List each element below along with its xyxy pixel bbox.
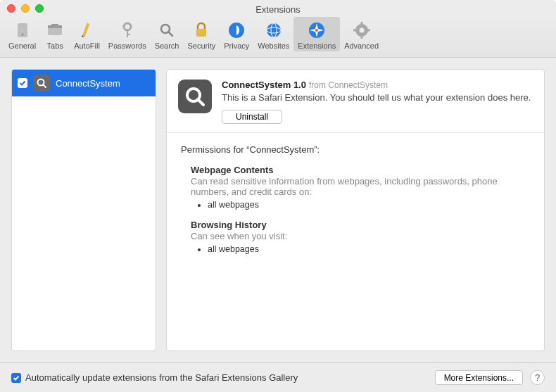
tab-tabs[interactable]: Tabs (40, 17, 70, 51)
svg-point-1 (21, 34, 23, 36)
uninstall-button[interactable]: Uninstall (222, 110, 282, 124)
permission-item: all webpages (208, 200, 530, 210)
svg-rect-5 (82, 23, 90, 37)
tab-label: Search (155, 42, 179, 50)
tabs-icon (44, 20, 65, 41)
window-title: Extensions (7, 1, 549, 15)
extension-name: ConnectSystem (222, 80, 291, 90)
passwords-icon (117, 20, 138, 41)
svg-rect-12 (196, 29, 206, 37)
auto-update-checkbox[interactable] (11, 373, 21, 383)
general-icon (12, 20, 33, 41)
more-extensions-button[interactable]: More Extensions... (435, 370, 523, 385)
tab-label: AutoFill (74, 42, 100, 50)
permission-desc: Can read sensitive information from webp… (191, 176, 530, 197)
permissions-block: Permissions for “ConnectSystem”: Webpage… (167, 133, 544, 275)
tab-label: General (8, 42, 36, 50)
tab-websites[interactable]: Websites (253, 17, 293, 51)
preferences-window: Extensions General Tabs AutoFill Passwor… (0, 0, 556, 392)
permissions-title: Permissions for “ConnectSystem”: (181, 144, 530, 155)
svg-rect-25 (367, 30, 370, 32)
tab-label: Tabs (47, 42, 63, 50)
svg-line-29 (198, 99, 203, 105)
extension-big-icon (178, 80, 212, 113)
permission-list: all webpages (208, 200, 530, 210)
extension-description: This is a Safari Extension. You should t… (222, 91, 533, 104)
svg-line-27 (43, 84, 46, 87)
permission-section-webpage: Webpage Contents Can read sensitive info… (191, 165, 530, 210)
extension-header-text: ConnectSystem 1.0from ConnectSystem This… (222, 80, 533, 124)
svg-rect-24 (353, 30, 356, 32)
extension-from-prefix: from (309, 80, 326, 90)
tab-advanced[interactable]: Advanced (340, 17, 383, 51)
search-icon (156, 20, 177, 41)
svg-rect-22 (360, 22, 362, 25)
extensions-icon (306, 20, 327, 41)
footer: Automatically update extensions from the… (0, 362, 556, 392)
svg-line-11 (168, 32, 172, 36)
traffic-lights (7, 4, 44, 13)
autofill-icon (76, 20, 97, 41)
permission-desc: Can see when you visit: (191, 231, 530, 241)
tab-label: Security (187, 42, 215, 50)
tab-label: Advanced (344, 42, 379, 50)
permission-list: all webpages (208, 244, 530, 254)
sidebar-item-label: ConnectSystem (56, 78, 120, 89)
permission-head: Browsing History (191, 220, 530, 230)
tab-passwords[interactable]: Passwords (104, 17, 151, 51)
sidebar-item-connectsystem[interactable]: ConnectSystem (12, 70, 156, 96)
checkbox-icon[interactable] (18, 78, 27, 88)
tab-extensions[interactable]: Extensions (293, 17, 340, 51)
permission-head: Webpage Contents (191, 165, 530, 175)
tab-label: Websites (258, 42, 289, 50)
tab-autofill[interactable]: AutoFill (70, 17, 104, 51)
svg-point-21 (359, 28, 364, 33)
tab-general[interactable]: General (4, 17, 40, 51)
tab-search[interactable]: Search (151, 17, 184, 51)
extensions-sidebar: ConnectSystem (11, 69, 156, 351)
minimize-icon[interactable] (21, 4, 30, 13)
websites-icon (263, 20, 284, 41)
svg-rect-4 (51, 24, 58, 27)
privacy-icon (226, 20, 247, 41)
svg-rect-8 (127, 29, 128, 37)
tab-label: Passwords (108, 42, 146, 50)
svg-rect-9 (127, 34, 130, 35)
close-icon[interactable] (7, 4, 15, 13)
permission-item: all webpages (208, 244, 530, 254)
extension-from-name: ConnectSystem (328, 80, 388, 90)
extension-icon (33, 75, 50, 91)
advanced-icon (351, 20, 372, 41)
extension-name-line: ConnectSystem 1.0from ConnectSystem (222, 80, 533, 90)
svg-point-19 (315, 29, 318, 32)
zoom-icon[interactable] (35, 4, 44, 13)
svg-point-14 (267, 23, 281, 37)
help-button[interactable]: ? (530, 370, 545, 385)
content-area: ConnectSystem ConnectSystem 1.0from Conn… (0, 58, 556, 362)
tab-label: Extensions (298, 42, 336, 50)
auto-update-label: Automatically update extensions from the… (25, 372, 435, 383)
tab-label: Privacy (224, 42, 249, 50)
extension-version: 1.0 (293, 80, 306, 90)
security-icon (191, 20, 212, 41)
toolbar: General Tabs AutoFill Passwords Search (0, 15, 556, 58)
tab-security[interactable]: Security (183, 17, 220, 51)
tab-privacy[interactable]: Privacy (220, 17, 253, 51)
extension-details: ConnectSystem 1.0from ConnectSystem This… (166, 69, 545, 351)
extension-header: ConnectSystem 1.0from ConnectSystem This… (167, 70, 544, 133)
permission-section-history: Browsing History Can see when you visit:… (191, 220, 530, 254)
svg-rect-23 (360, 36, 362, 39)
titlebar: Extensions (0, 0, 556, 15)
